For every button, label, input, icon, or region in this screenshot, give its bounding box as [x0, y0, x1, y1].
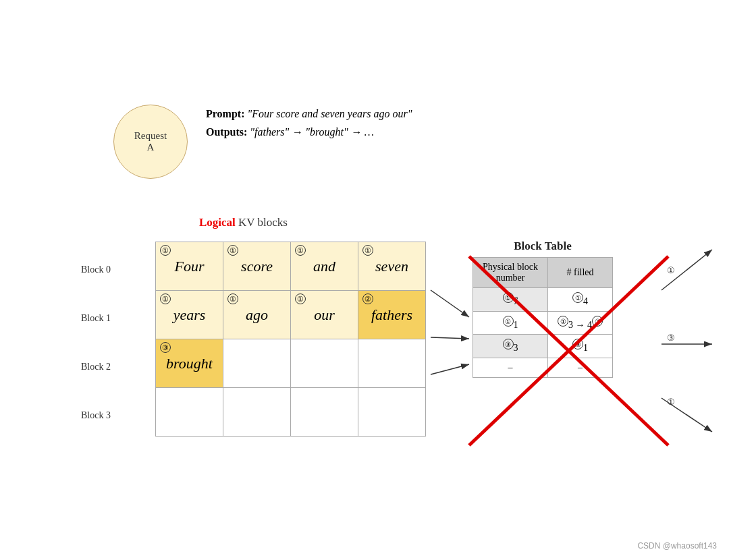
request-label: RequestA: [134, 130, 167, 153]
block-labels: Block 0 Block 1 Block 2 Block 3: [81, 246, 111, 440]
block-table: Physical blocknumber # filled ①7 ①4 ①1 ①…: [473, 257, 613, 378]
watermark: CSDN @whaosoft143: [637, 541, 717, 551]
col-header-physical: Physical blocknumber: [473, 258, 548, 288]
block-label-0: Block 0: [81, 246, 111, 294]
block-table-title: Block Table: [473, 240, 613, 253]
bt-row2-col2: ③1: [548, 335, 613, 358]
bt-row2-col1: ③3: [473, 335, 548, 358]
sup-1-3: ②: [362, 293, 373, 304]
svg-line-2: [431, 337, 469, 339]
logical-colored: Logical: [199, 216, 236, 229]
table-row: ①7 ①4: [473, 288, 613, 312]
prompt-label: Prompt:: [206, 108, 244, 119]
sup-0-0: ①: [160, 245, 171, 256]
block-table-container: Block Table Physical blocknumber # fille…: [473, 240, 613, 378]
table-row: ③3 ③1: [473, 335, 613, 358]
cell-0-3: ① seven: [358, 242, 426, 291]
svg-text:③: ③: [667, 333, 675, 343]
sup-0-1: ①: [227, 245, 238, 256]
block-label-1: Block 1: [81, 294, 111, 343]
bt-row0-col1: ①7: [473, 288, 548, 312]
logical-kv-title: Logical KV blocks: [199, 216, 288, 229]
cell-2-0: ③ brought: [156, 339, 223, 388]
sup-1-2: ①: [295, 293, 306, 304]
request-circle: RequestA: [113, 105, 188, 179]
sup-2-0: ③: [160, 342, 171, 353]
cell-1-2: ① our: [291, 291, 358, 339]
cell-2-1: [223, 339, 291, 388]
block-label-3: Block 3: [81, 391, 111, 440]
cell-3-2: [291, 388, 358, 437]
svg-line-3: [431, 364, 469, 374]
cell-2-2: [291, 339, 358, 388]
cell-1-0: ① years: [156, 291, 223, 339]
block-label-2: Block 2: [81, 343, 111, 391]
svg-line-1: [431, 290, 469, 317]
prompt-line: Prompt: "Four score and seven years ago …: [206, 105, 412, 123]
logical-rest: KV blocks: [238, 216, 288, 229]
bt-row3-col2: –: [548, 358, 613, 377]
cell-1-3: ② fathers: [358, 291, 426, 339]
outputs-label: Outputs:: [206, 126, 247, 138]
cell-0-0: ① Four: [156, 242, 223, 291]
table-row: [156, 388, 426, 437]
table-row: ③ brought: [156, 339, 426, 388]
table-row: ①1 ①3 → 4②: [473, 311, 613, 335]
prompt-area: Prompt: "Four score and seven years ago …: [206, 105, 412, 141]
outputs-line: Outputs: "fathers" → "brought" → …: [206, 123, 412, 141]
bt-row0-col2: ①4: [548, 288, 613, 312]
cell-3-0: [156, 388, 223, 437]
bt-row1-col1: ①1: [473, 311, 548, 335]
cell-2-3: [358, 339, 426, 388]
sup-0-2: ①: [295, 245, 306, 256]
table-row: ① years ① ago ① our ② fathers: [156, 291, 426, 339]
table-row: – –: [473, 358, 613, 377]
sup-0-3: ①: [362, 245, 373, 256]
svg-line-8: [662, 398, 712, 432]
col-header-filled: # filled: [548, 258, 613, 288]
sup-1-0: ①: [160, 293, 171, 304]
cell-3-3: [358, 388, 426, 437]
sup-1-1: ①: [227, 293, 238, 304]
bt-row3-col1: –: [473, 358, 548, 377]
bt-row1-col2: ①3 → 4②: [548, 311, 613, 335]
outputs-text: "fathers" → "brought" → …: [250, 126, 374, 138]
svg-line-6: [662, 250, 712, 290]
cell-1-1: ① ago: [223, 291, 291, 339]
cell-0-1: ① score: [223, 242, 291, 291]
svg-text:①: ①: [667, 265, 675, 275]
cell-0-2: ① and: [291, 242, 358, 291]
prompt-text: "Four score and seven years ago our": [247, 108, 412, 119]
svg-text:①: ①: [667, 397, 675, 407]
table-row: ① Four ① score ① and ① seven: [156, 242, 426, 291]
cell-3-1: [223, 388, 291, 437]
kv-grid: ① Four ① score ① and ① seven ① years: [155, 242, 426, 437]
